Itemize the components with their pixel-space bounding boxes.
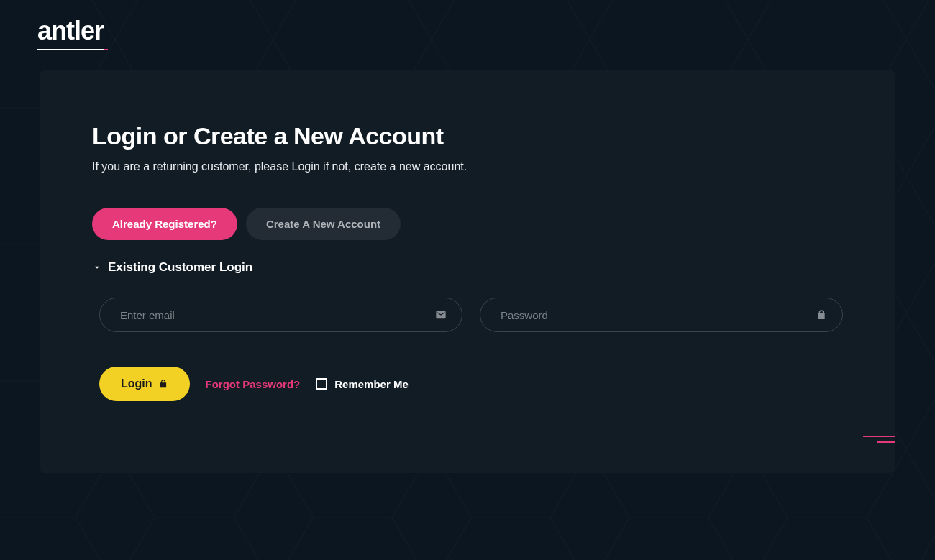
envelope-icon xyxy=(435,309,447,321)
lock-icon xyxy=(158,379,168,389)
login-card: Login or Create a New Account If you are… xyxy=(40,70,895,473)
brand-logo[interactable]: antler xyxy=(37,16,104,49)
tab-create-account[interactable]: Create A New Account xyxy=(246,208,401,240)
actions-row: Login Forgot Password? Remember Me xyxy=(92,367,843,401)
section-header[interactable]: Existing Customer Login xyxy=(92,260,843,275)
remember-me-label[interactable]: Remember Me xyxy=(334,378,409,390)
section-title: Existing Customer Login xyxy=(108,260,252,275)
brand-logo-accent xyxy=(92,49,108,50)
forgot-password-link[interactable]: Forgot Password? xyxy=(206,378,301,390)
password-input[interactable] xyxy=(480,298,843,332)
card-accent-lines xyxy=(863,436,895,443)
login-button-label: Login xyxy=(121,377,152,390)
password-field-wrap xyxy=(480,298,843,332)
brand-logo-text: antler xyxy=(37,16,104,45)
lock-icon xyxy=(816,309,827,321)
page-subtitle: If you are a returning customer, please … xyxy=(92,160,843,173)
login-button[interactable]: Login xyxy=(99,367,190,401)
email-input[interactable] xyxy=(99,298,462,332)
auth-tabs: Already Registered? Create A New Account xyxy=(92,208,843,240)
tab-already-registered[interactable]: Already Registered? xyxy=(92,208,237,240)
login-form-row xyxy=(92,298,843,332)
page-title: Login or Create a New Account xyxy=(92,122,843,150)
chevron-down-icon xyxy=(92,262,102,272)
remember-me-wrap: Remember Me xyxy=(316,378,409,390)
remember-me-checkbox[interactable] xyxy=(316,378,327,390)
email-field-wrap xyxy=(99,298,462,332)
